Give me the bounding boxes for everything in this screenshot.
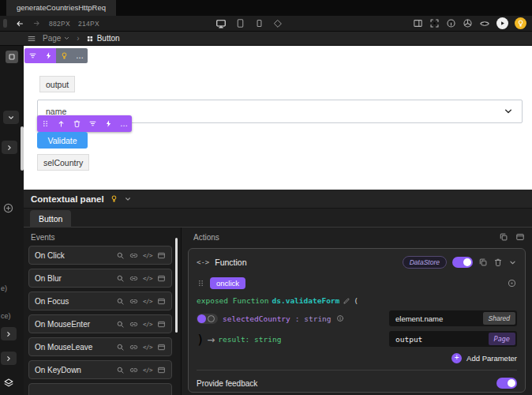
open-editor-card-icon[interactable] <box>157 366 166 374</box>
breadcrumb-element-button[interactable]: Button <box>86 34 120 43</box>
breadcrumb-page[interactable]: Page <box>43 34 70 43</box>
layers-panel-button[interactable] <box>3 378 14 389</box>
bind-link-icon[interactable] <box>129 366 138 374</box>
undo-back-icon[interactable] <box>15 19 24 28</box>
function-enabled-toggle[interactable] <box>452 257 473 268</box>
element-more-button[interactable]: … <box>72 48 88 63</box>
event-row-on-mouseenter[interactable]: On MouseEnter </> <box>28 314 172 333</box>
preview-eye-icon[interactable] <box>479 18 490 29</box>
breakpoint-tag-icon[interactable] <box>273 19 283 28</box>
select-parent-button[interactable] <box>53 115 69 132</box>
arrow-up-icon <box>57 119 66 128</box>
datastore-scope-badge[interactable]: DataStore <box>403 256 447 269</box>
collapsed-panel-handle[interactable] <box>3 19 7 28</box>
rail-expand-right-button-1[interactable] <box>2 141 17 154</box>
breadcrumb-page-label: Page <box>43 34 61 43</box>
bind-link-icon[interactable] <box>129 320 138 329</box>
open-editor-card-icon[interactable] <box>157 343 166 352</box>
binding-mode-toggle[interactable] <box>197 314 218 324</box>
test-magnifier-icon[interactable] <box>116 297 125 306</box>
play-publish-button[interactable] <box>496 17 508 29</box>
provide-feedback-toggle[interactable] <box>496 378 517 389</box>
open-editor-card-icon[interactable] <box>157 297 166 306</box>
rail-collapse-down-button[interactable] <box>3 111 19 124</box>
open-editor-card-icon[interactable] <box>157 274 166 283</box>
toggle-panel-icon[interactable] <box>413 18 423 28</box>
hints-bulb-button[interactable] <box>515 17 526 29</box>
plus-icon[interactable]: + <box>451 353 462 363</box>
event-row-on-click[interactable]: On Click </> <box>28 246 172 265</box>
canvas-output-text-element[interactable]: output <box>39 76 75 92</box>
rail-expand-right-button-2[interactable] <box>1 327 17 340</box>
events-scrollbar-thumb[interactable] <box>175 238 178 333</box>
test-magnifier-icon[interactable] <box>116 366 125 374</box>
drag-dots-icon[interactable] <box>197 279 205 288</box>
open-editor-card-icon[interactable] <box>157 320 166 329</box>
test-magnifier-icon[interactable] <box>116 274 125 283</box>
canvas-selcountry-text-element[interactable]: selCountry <box>37 154 89 171</box>
tablet-device-icon[interactable] <box>235 18 245 28</box>
bind-link-icon[interactable] <box>129 343 138 352</box>
more-options-button[interactable]: … <box>116 115 132 132</box>
test-magnifier-icon[interactable] <box>116 251 125 260</box>
parameter-value-input[interactable]: element.name Shared <box>389 310 517 326</box>
element-filter-button[interactable] <box>24 48 40 63</box>
theme-palette-icon[interactable] <box>463 18 473 28</box>
delete-action-trash-icon[interactable] <box>493 258 503 267</box>
result-target-input[interactable]: output Page <box>389 331 517 347</box>
code-icon[interactable]: </> <box>143 344 152 351</box>
event-row-partial[interactable] <box>28 383 172 395</box>
code-icon[interactable]: </> <box>143 367 152 374</box>
actions-title: Actions <box>193 233 219 242</box>
chevron-right-icon <box>5 355 13 363</box>
event-row-on-blur[interactable]: On Blur </> <box>28 269 172 288</box>
workflows-button[interactable] <box>100 115 116 132</box>
code-icon[interactable]: </> <box>143 252 152 259</box>
mobile-device-icon[interactable] <box>254 18 264 28</box>
edit-pencil-icon[interactable] <box>343 297 350 305</box>
code-icon[interactable]: </> <box>143 275 152 282</box>
test-magnifier-icon[interactable] <box>116 320 125 329</box>
redo-forward-icon[interactable] <box>32 19 41 28</box>
info-icon[interactable] <box>446 18 456 28</box>
code-icon[interactable]: </> <box>143 321 152 328</box>
add-parameter-button[interactable]: Add Parameter <box>466 354 517 363</box>
drag-handle[interactable] <box>37 115 53 132</box>
element-hint-button[interactable] <box>56 48 72 63</box>
bind-link-icon[interactable] <box>129 274 138 283</box>
component-square-icon[interactable] <box>6 51 18 63</box>
tab-generate-countries-http-req[interactable]: generateCountriesHttpReq <box>6 0 116 16</box>
event-row-on-focus[interactable]: On Focus </> <box>28 292 172 310</box>
duplicate-copy-icon[interactable] <box>499 232 508 242</box>
open-editor-card-icon[interactable] <box>157 251 166 260</box>
event-row-on-mouseleave[interactable]: On MouseLeave </> <box>28 337 172 356</box>
menu-icon[interactable] <box>27 34 36 43</box>
tab-button[interactable]: Button <box>30 210 71 228</box>
lightbulb-icon[interactable] <box>110 194 118 203</box>
lightning-bolt-icon <box>104 119 113 128</box>
bind-link-icon[interactable] <box>129 251 138 260</box>
open-panel-card-icon[interactable] <box>515 232 525 242</box>
chevron-down-icon[interactable] <box>503 106 514 117</box>
test-magnifier-icon[interactable] <box>116 343 125 352</box>
onclick-trigger-pill[interactable]: onclick <box>210 277 245 289</box>
target-ring-icon[interactable] <box>507 278 517 288</box>
rail-expand-right-button-3[interactable] <box>1 352 17 365</box>
collapse-panel-chevron-icon[interactable] <box>124 195 132 203</box>
collapse-card-chevron-icon[interactable] <box>508 258 517 267</box>
filter-settings-button[interactable] <box>84 115 100 132</box>
code-icon[interactable]: </> <box>143 298 152 305</box>
desktop-device-icon[interactable] <box>215 18 227 29</box>
parameter-row: selectedCountry : string element.name Sh… <box>197 310 517 326</box>
bind-link-icon[interactable] <box>129 297 138 306</box>
delete-element-button[interactable] <box>69 115 84 132</box>
contextual-panel-header: Contextual panel <box>24 190 532 209</box>
fit-screen-icon[interactable] <box>429 18 440 28</box>
element-actions-button[interactable] <box>40 48 56 63</box>
event-row-on-keydown[interactable]: On KeyDown </> <box>28 360 172 379</box>
info-icon[interactable] <box>336 314 344 322</box>
rail-add-button[interactable] <box>2 202 14 214</box>
duplicate-copy-icon[interactable] <box>478 258 488 267</box>
canvas-validate-button[interactable]: Validate <box>37 132 88 149</box>
design-canvas[interactable]: … output name … Validate selCountry <box>24 46 532 190</box>
